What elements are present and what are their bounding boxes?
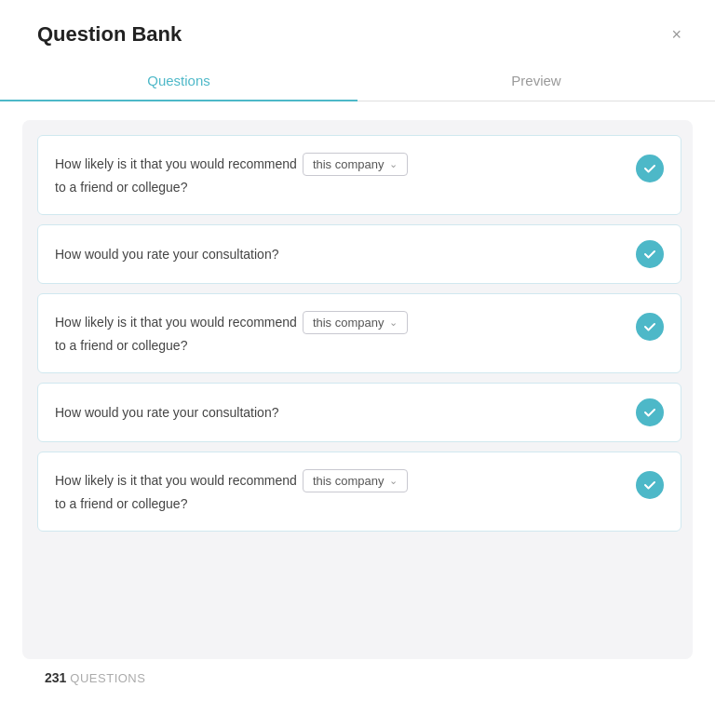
chevron-down-icon: ⌄ [389, 475, 398, 487]
check-badge[interactable] [636, 240, 664, 268]
question-text: How would you rate your consultation? [55, 245, 278, 264]
question-text-after: to a friend or collegue? [55, 494, 625, 514]
card-right [625, 240, 664, 268]
footer-count: 231 [45, 670, 66, 685]
question-card: How likely is it that you would recommen… [37, 452, 681, 532]
footer: 231 QUESTIONS [22, 659, 693, 696]
check-badge[interactable] [636, 313, 664, 341]
dropdown-value: this company [313, 316, 384, 330]
check-icon [643, 320, 656, 333]
chevron-down-icon: ⌄ [389, 158, 398, 170]
modal: Question Bank × Questions Preview How li… [0, 0, 715, 728]
card-right [625, 155, 664, 182]
question-text-before: How likely is it that you would recommen… [55, 313, 297, 332]
question-card: How likely is it that you would recommen… [37, 293, 681, 373]
dropdown-value: this company [313, 474, 384, 488]
card-right [625, 471, 664, 499]
question-text: How would you rate your consultation? [55, 403, 278, 423]
question-content: How likely is it that you would recommen… [55, 469, 625, 514]
question-card: How would you rate your consultation? [37, 383, 681, 442]
dropdown-value: this company [313, 157, 384, 171]
check-badge[interactable] [636, 155, 664, 182]
question-content: How likely is it that you would recommen… [55, 153, 625, 197]
question-content: How would you rate your consultation? [55, 245, 625, 264]
footer-label: QUESTIONS [70, 671, 145, 685]
question-content: How would you rate your consultation? [55, 403, 625, 423]
chevron-down-icon: ⌄ [389, 317, 398, 329]
check-icon [643, 479, 656, 492]
dropdown-this-company-2[interactable]: this company ⌄ [303, 311, 409, 334]
questions-container: How likely is it that you would recommen… [22, 120, 693, 659]
check-icon [643, 406, 656, 419]
question-text-after: to a friend or collegue? [55, 178, 625, 197]
check-badge[interactable] [636, 471, 664, 499]
check-icon [643, 248, 656, 261]
tab-bar: Questions Preview [0, 61, 715, 101]
question-card: How likely is it that you would recommen… [37, 135, 681, 215]
modal-title: Question Bank [37, 22, 182, 47]
modal-header: Question Bank × [0, 0, 715, 47]
question-text-before: How likely is it that you would recommen… [55, 155, 297, 174]
question-text-after: to a friend or collegue? [55, 336, 625, 356]
question-card: How would you rate your consultation? [37, 224, 681, 284]
card-right [625, 313, 664, 341]
content-area: How likely is it that you would recommen… [0, 101, 715, 722]
dropdown-this-company-1[interactable]: this company ⌄ [303, 153, 409, 176]
card-right [625, 398, 664, 426]
check-badge[interactable] [636, 398, 664, 426]
dropdown-this-company-3[interactable]: this company ⌄ [303, 469, 409, 492]
tab-preview[interactable]: Preview [358, 61, 715, 101]
close-button[interactable]: × [668, 22, 685, 47]
question-content: How likely is it that you would recommen… [55, 311, 625, 356]
question-text-before: How likely is it that you would recommen… [55, 471, 297, 491]
tab-questions[interactable]: Questions [0, 61, 358, 101]
check-icon [643, 162, 656, 175]
